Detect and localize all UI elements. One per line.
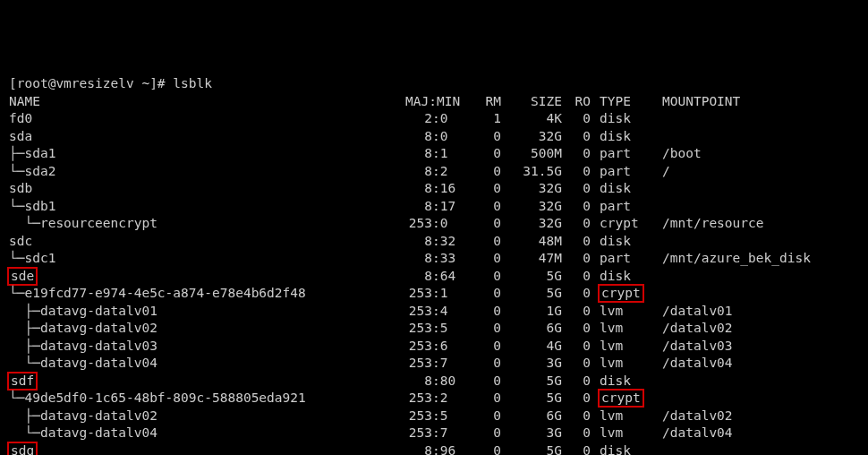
- lsblk-row: sda8:0032G0disk: [9, 128, 859, 146]
- device-name: └─datavg-datalv04: [9, 355, 157, 373]
- mountpoint: /mnt/resource: [662, 215, 764, 233]
- mountpoint: /datalv03: [662, 338, 733, 356]
- mountpoint: /: [662, 163, 670, 181]
- lsblk-row: └─sdc18:33047M0part/mnt/azure_bek_disk: [9, 250, 859, 268]
- device-name: ├─datavg-datalv01: [9, 303, 157, 321]
- device-type: disk: [600, 233, 631, 251]
- maj-min: 8:32: [405, 233, 470, 251]
- terminal-output: [root@vmresizelv ~]# lsblkNAMEMAJ:MINRMS…: [9, 75, 859, 455]
- maj-min: 8:2: [405, 163, 470, 181]
- device-type: lvm: [600, 425, 623, 442]
- lsblk-row: ├─datavg-datalv02253:506G0lvm/datalv02: [9, 320, 859, 338]
- lsblk-header: NAMEMAJ:MINRMSIZEROTYPEMOUNTPOINT: [9, 93, 859, 111]
- lsblk-row: └─49de5df0-1c65-48bf-809c-588805eda92125…: [9, 390, 859, 408]
- lsblk-row: sdb8:16032G0disk: [9, 180, 859, 198]
- mountpoint: /datalv04: [662, 425, 733, 442]
- lsblk-row: └─sdb18:17032G0part: [9, 198, 859, 216]
- maj-min: 253:7: [405, 425, 470, 442]
- highlight-box: sdg: [7, 442, 38, 456]
- maj-min: 8:80: [405, 373, 470, 391]
- lsblk-row: sdc8:32048M0disk: [9, 233, 859, 251]
- maj-min: 8:17: [405, 198, 470, 216]
- device-type: disk: [600, 268, 631, 286]
- device-name: sda: [9, 128, 32, 146]
- lsblk-row: sdf8:8005G0disk: [9, 373, 859, 391]
- device-type: lvm: [600, 355, 623, 373]
- highlight-box: crypt: [598, 389, 644, 408]
- maj-min: 253:5: [405, 320, 470, 338]
- lsblk-row: ├─datavg-datalv01253:401G0lvm/datalv01: [9, 303, 859, 321]
- shell-prompt-line: [root@vmresizelv ~]# lsblk: [9, 75, 859, 93]
- lsblk-row: ├─sda18:10500M0part/boot: [9, 145, 859, 163]
- device-name: ├─datavg-datalv02: [9, 408, 157, 425]
- mountpoint: /mnt/azure_bek_disk: [662, 250, 811, 268]
- lsblk-row: └─datavg-datalv04253:703G0lvm/datalv04: [9, 425, 859, 442]
- device-type: part: [600, 250, 631, 268]
- highlight-box: sdf: [7, 372, 38, 391]
- maj-min: 253:4: [405, 303, 470, 321]
- device-name: ├─datavg-datalv03: [9, 338, 157, 356]
- device-name: fd0: [9, 110, 32, 128]
- device-type: crypt: [600, 390, 642, 408]
- device-name: ├─sda1: [9, 145, 55, 163]
- device-type: crypt: [600, 215, 639, 233]
- device-name: ├─datavg-datalv02: [9, 320, 157, 338]
- device-type: disk: [600, 180, 631, 198]
- maj-min: 8:96: [405, 442, 470, 456]
- mountpoint: /datalv04: [662, 355, 733, 373]
- maj-min: 253:2: [405, 390, 470, 408]
- mountpoint: /datalv01: [662, 303, 733, 321]
- lsblk-row: └─datavg-datalv04253:703G0lvm/datalv04: [9, 355, 859, 373]
- lsblk-row: sdg8:9605G0disk: [9, 442, 859, 456]
- lsblk-row: └─resourceencrypt253:0032G0crypt/mnt/res…: [9, 215, 859, 233]
- lsblk-row: └─sda28:2031.5G0part/: [9, 163, 859, 181]
- device-type: disk: [600, 442, 631, 456]
- device-name: sde: [9, 268, 36, 286]
- device-name: └─sdb1: [9, 198, 55, 216]
- maj-min: 253:7: [405, 355, 470, 373]
- device-name: sdc: [9, 233, 32, 251]
- shell-prompt: [root@vmresizelv ~]# lsblk: [9, 75, 212, 93]
- maj-min: 8:1: [405, 145, 470, 163]
- device-type: lvm: [600, 408, 623, 425]
- device-type: lvm: [600, 320, 623, 338]
- device-type: part: [600, 163, 631, 181]
- maj-min: 253:5: [405, 408, 470, 425]
- maj-min: 8:64: [405, 268, 470, 286]
- device-type: part: [600, 198, 631, 216]
- highlight-box: sde: [7, 267, 38, 286]
- maj-min: 8:0: [405, 128, 470, 146]
- maj-min: 2:0: [405, 110, 470, 128]
- device-name: └─sdc1: [9, 250, 55, 268]
- device-name: sdg: [9, 442, 36, 456]
- lsblk-row: fd02:014K0disk: [9, 110, 859, 128]
- mountpoint: /boot: [662, 145, 702, 163]
- device-type: disk: [600, 128, 631, 146]
- device-name: sdf: [9, 373, 36, 391]
- lsblk-row: └─e19fcd77-e974-4e5c-a874-e78e4b6d2f4825…: [9, 285, 859, 303]
- device-type: crypt: [600, 285, 642, 303]
- device-name: └─e19fcd77-e974-4e5c-a874-e78e4b6d2f48: [9, 285, 306, 303]
- device-name: └─resourceencrypt: [9, 215, 157, 233]
- lsblk-row: ├─datavg-datalv02253:506G0lvm/datalv02: [9, 408, 859, 425]
- device-type: lvm: [600, 303, 623, 321]
- device-name: sdb: [9, 180, 32, 198]
- mountpoint: /datalv02: [662, 320, 733, 338]
- maj-min: 8:33: [405, 250, 470, 268]
- device-type: lvm: [600, 338, 623, 356]
- maj-min: 253:0: [405, 215, 470, 233]
- lsblk-row: sde8:6405G0disk: [9, 268, 859, 286]
- device-name: └─49de5df0-1c65-48bf-809c-588805eda921: [9, 390, 306, 408]
- lsblk-row: ├─datavg-datalv03253:604G0lvm/datalv03: [9, 338, 859, 356]
- mountpoint: /datalv02: [662, 408, 733, 425]
- device-type: disk: [600, 110, 631, 128]
- maj-min: 253:1: [405, 285, 470, 303]
- device-name: └─datavg-datalv04: [9, 425, 157, 442]
- device-type: part: [600, 145, 631, 163]
- device-name: └─sda2: [9, 163, 55, 181]
- maj-min: 8:16: [405, 180, 470, 198]
- maj-min: 253:6: [405, 338, 470, 356]
- device-type: disk: [600, 373, 631, 391]
- highlight-box: crypt: [598, 284, 644, 303]
